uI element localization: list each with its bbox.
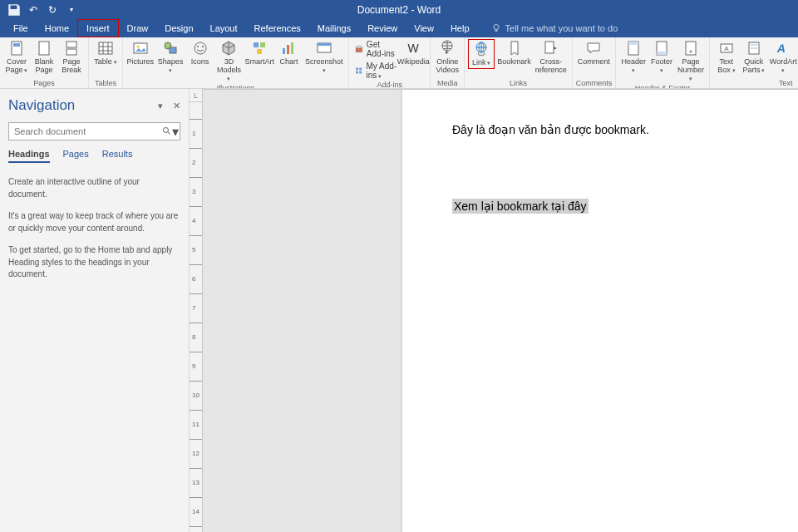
paragraph-2-selected[interactable]: Xem lại bookmark tại đây [452, 199, 589, 214]
group-comments: Comment Comments [573, 37, 617, 88]
screenshot-button[interactable]: Screenshot [303, 39, 345, 76]
svg-rect-23 [356, 68, 358, 71]
my-addins-button[interactable]: My Add-ins [352, 61, 399, 81]
shapes-button[interactable]: Shapes [155, 39, 185, 76]
svg-rect-31 [545, 42, 554, 53]
page-background[interactable]: Đây là đoạn văn bản được bookmark. Xem l… [203, 90, 798, 532]
save-icon[interactable] [7, 2, 22, 17]
comment-button[interactable]: Comment [576, 39, 612, 67]
group-tables-label: Tables [92, 79, 119, 88]
bookmark-button[interactable]: Bookmark [495, 39, 533, 67]
navigation-title: Navigation [8, 97, 75, 114]
tab-references[interactable]: References [246, 19, 309, 37]
online-videos-button[interactable]: Online Videos [434, 39, 461, 76]
tab-mailings[interactable]: Mailings [309, 19, 359, 37]
header-button[interactable]: Header [619, 39, 648, 76]
qa-dropdown-icon[interactable]: ▾ [64, 2, 79, 17]
icons-icon [192, 40, 209, 57]
text-box-button[interactable]: AText Box [713, 39, 740, 76]
group-links: Link Bookmark Cross- reference Links [465, 37, 573, 88]
tab-design[interactable]: Design [156, 19, 201, 37]
group-comments-label: Comments [576, 79, 613, 88]
svg-rect-10 [170, 47, 176, 53]
icons-button[interactable]: Icons [187, 39, 214, 67]
group-pages: Cover Page Blank Page Page Break Pages [0, 37, 89, 88]
document-area: L 1123456789101112131415 123456789101112… [190, 89, 798, 532]
header-label: Header [621, 58, 646, 75]
wordart-button[interactable]: AWordArt [768, 39, 798, 76]
search-icon[interactable]: ▾ [162, 123, 179, 140]
nav-search: ▾ [8, 122, 180, 140]
svg-rect-21 [318, 43, 331, 46]
get-addins-button[interactable]: Get Add-ins [352, 39, 399, 59]
tell-me-label: Tell me what you want to do [505, 23, 618, 33]
page-break-icon [63, 40, 80, 57]
3d-models-icon [220, 40, 237, 57]
pictures-button[interactable]: Pictures [126, 39, 154, 67]
search-input[interactable] [8, 122, 180, 140]
page-number-button[interactable]: #Page Number [676, 39, 706, 84]
bookmark-icon [506, 40, 523, 57]
3d-models-button[interactable]: 3D Models [214, 39, 244, 84]
quick-parts-button[interactable]: Quick Parts [741, 39, 767, 76]
svg-rect-2 [13, 43, 20, 47]
link-button[interactable]: Link [468, 39, 495, 69]
table-button[interactable]: Table [92, 39, 119, 67]
svg-rect-24 [359, 68, 362, 71]
tab-help[interactable]: Help [442, 19, 478, 37]
title-bar: ↶ ↻ ▾ Document2 - Word [0, 0, 798, 19]
ribbon-tabs: File Home Insert Draw Design Layout Refe… [0, 19, 798, 37]
svg-rect-15 [260, 42, 265, 47]
page-break-button[interactable]: Page Break [58, 39, 85, 76]
vertical-ruler[interactable]: 12345678910111213141516 [190, 90, 203, 532]
tab-review[interactable]: Review [359, 19, 406, 37]
wordart-icon: A [775, 40, 791, 57]
screenshot-icon [316, 40, 332, 57]
svg-rect-4 [66, 42, 76, 47]
tab-home[interactable]: Home [37, 19, 77, 37]
paragraph-1[interactable]: Đây là đoạn văn bản được bookmark. [452, 123, 798, 136]
redo-icon[interactable]: ↻ [45, 2, 60, 17]
pictures-icon [132, 40, 149, 57]
smartart-button[interactable]: SmartArt [244, 39, 274, 67]
svg-rect-22 [356, 47, 362, 52]
blank-page-button[interactable]: Blank Page [31, 39, 57, 76]
my-addins-label: My Add-ins [366, 62, 397, 80]
cross-reference-icon [543, 40, 559, 57]
wikipedia-button[interactable]: WWikipedia [400, 39, 426, 67]
smartart-label: SmartArt [245, 58, 275, 66]
page[interactable]: Đây là đoạn văn bản được bookmark. Xem l… [402, 90, 798, 532]
nav-hint-2: It's a great way to keep track of where … [8, 210, 180, 234]
nav-tab-headings[interactable]: Headings [8, 149, 50, 163]
chart-button[interactable]: Chart [275, 39, 302, 67]
cover-page-button[interactable]: Cover Page [3, 39, 30, 76]
store-icon [355, 43, 363, 55]
blank-page-label: Blank Page [35, 58, 54, 75]
group-media-label: Media [434, 79, 461, 88]
svg-rect-19 [291, 42, 293, 54]
tab-draw[interactable]: Draw [119, 19, 157, 37]
tab-insert[interactable]: Insert [77, 19, 119, 37]
nav-tab-pages[interactable]: Pages [63, 149, 89, 163]
svg-text:A: A [724, 45, 729, 52]
tell-me-search[interactable]: Tell me what you want to do [491, 19, 618, 37]
wordart-label: WordArt [770, 58, 797, 75]
undo-icon[interactable]: ↶ [26, 2, 41, 17]
footer-icon [653, 40, 670, 57]
tab-layout[interactable]: Layout [202, 19, 246, 37]
nav-dropdown-icon[interactable]: ▾ [158, 101, 163, 111]
tab-file[interactable]: File [5, 19, 37, 37]
comment-icon [585, 40, 602, 57]
nav-tab-results[interactable]: Results [102, 149, 133, 163]
group-addins: Get Add-ins My Add-ins WWikipedia Add-in… [349, 37, 431, 88]
tab-view[interactable]: View [406, 19, 442, 37]
online-videos-label: Online Videos [436, 58, 459, 75]
svg-point-12 [197, 46, 199, 47]
nav-close-icon[interactable]: ✕ [173, 101, 180, 111]
footer-button[interactable]: Footer [648, 39, 675, 76]
nav-body: Create an interactive outline of your do… [8, 176, 180, 291]
cross-reference-button[interactable]: Cross- reference [534, 39, 569, 76]
blank-page-icon [36, 40, 52, 57]
cross-reference-label: Cross- reference [535, 58, 567, 75]
addins-icon [355, 65, 362, 76]
